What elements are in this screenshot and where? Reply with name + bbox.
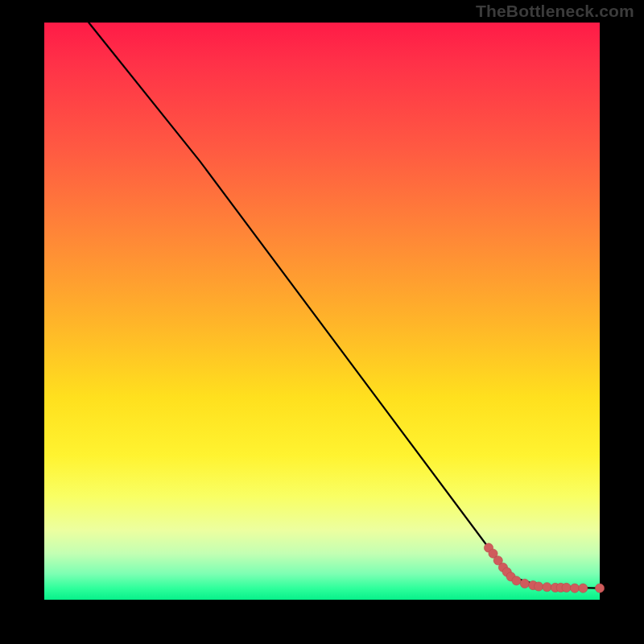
data-point xyxy=(512,576,521,585)
bottleneck-curve xyxy=(89,23,600,588)
data-points-group xyxy=(484,543,604,592)
plot-area xyxy=(44,23,600,600)
data-point xyxy=(535,582,543,591)
data-point xyxy=(562,583,571,592)
data-point xyxy=(579,584,588,592)
chart-frame: TheBottleneck.com xyxy=(0,0,644,644)
data-point xyxy=(543,583,551,592)
data-point xyxy=(520,579,529,588)
data-point xyxy=(570,584,579,592)
data-point xyxy=(595,584,604,592)
chart-svg xyxy=(44,23,600,600)
attribution-text: TheBottleneck.com xyxy=(476,0,634,23)
